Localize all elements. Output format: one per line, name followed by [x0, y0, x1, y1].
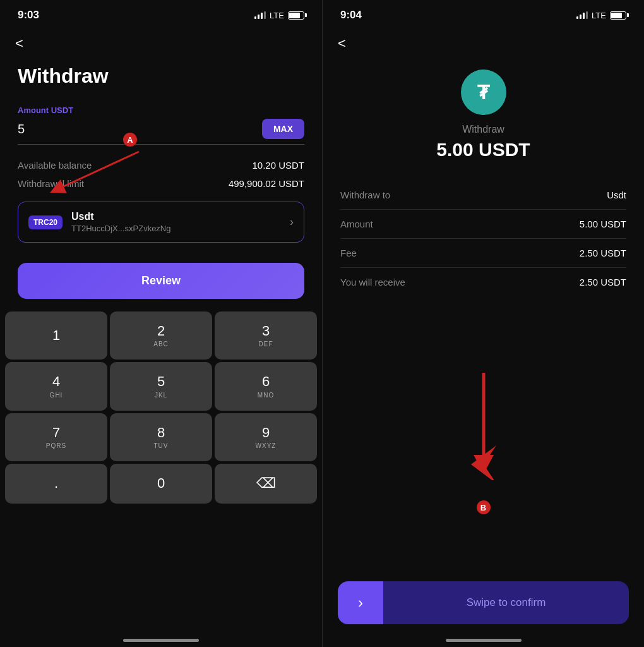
time-left: 9:03: [18, 9, 39, 21]
detail-key-0: Withdraw to: [340, 190, 390, 200]
detail-key-1: Amount: [340, 219, 373, 229]
right-content: Withdraw 5.00 USDT Withdraw to Usdt Amou…: [323, 124, 644, 296]
left-screen: 9:03 LTE < Withdraw Amount USDT MAX Avai…: [0, 0, 322, 647]
amount-input-row: MAX: [18, 119, 304, 145]
wallet-name: Usdt: [71, 211, 290, 222]
signal-icon: [254, 11, 266, 19]
key-dot[interactable]: .: [5, 464, 107, 503]
network-badge: TRC20: [28, 215, 63, 229]
available-balance-label: Available balance: [18, 160, 92, 171]
lte-label-right: LTE: [592, 11, 606, 20]
home-indicator-left: [123, 639, 199, 642]
battery-icon-right: [610, 11, 626, 20]
available-balance-value: 10.20 USDT: [252, 160, 304, 171]
back-button-left[interactable]: <: [0, 28, 39, 59]
key-0[interactable]: 0: [110, 464, 212, 503]
detail-val-1: 5.00 USDT: [580, 219, 626, 229]
battery-icon-left: [288, 11, 304, 20]
key-2[interactable]: 2ABC: [110, 311, 212, 360]
status-bar-left: 9:03 LTE: [0, 0, 322, 28]
back-button-right[interactable]: <: [323, 28, 361, 59]
key-4[interactable]: 4GHI: [5, 362, 107, 410]
amount-input[interactable]: [18, 122, 262, 136]
swipe-track[interactable]: › Swipe to confirm: [338, 581, 629, 624]
withdrawal-limit-label: Withdrawal limit: [18, 178, 84, 189]
amount-label: Amount USDT: [18, 106, 304, 115]
token-icon: ₮: [461, 70, 506, 115]
key-8[interactable]: 8TUV: [110, 413, 212, 461]
token-symbol: ₮: [477, 82, 489, 104]
time-right: 9:04: [340, 9, 362, 21]
withdrawal-limit-row: Withdrawal limit 499,900.02 USDT: [18, 178, 304, 189]
detail-val-3: 2.50 USDT: [580, 277, 626, 287]
swipe-label: Swipe to confirm: [383, 596, 629, 609]
withdraw-amount: 5.00 USDT: [340, 139, 626, 160]
key-7[interactable]: 7PQRS: [5, 413, 107, 461]
detail-row-1: Amount 5.00 USDT: [340, 210, 626, 239]
wallet-card[interactable]: TRC20 Usdt TT2HuccDjX...sxPZvkezNg ›: [18, 202, 304, 243]
withdraw-subtitle: Withdraw: [340, 124, 626, 135]
home-indicator-right: [446, 639, 522, 642]
wallet-address: TT2HuccDjX...sxPZvkezNg: [71, 224, 290, 233]
swipe-container[interactable]: › Swipe to confirm: [338, 581, 629, 624]
key-backspace[interactable]: ⌫: [215, 464, 317, 503]
withdrawal-limit-value: 499,900.02 USDT: [229, 178, 304, 189]
max-button[interactable]: MAX: [262, 119, 304, 139]
status-bar-right: 9:04 LTE: [323, 0, 644, 28]
key-6[interactable]: 6MNO: [215, 362, 317, 410]
key-9[interactable]: 9WXYZ: [215, 413, 317, 461]
numpad: 1 2ABC 3DEF 4GHI 5JKL 6MNO 7PQRS 8TUV 9W…: [0, 311, 322, 504]
lte-label-left: LTE: [270, 11, 284, 20]
annotation-a-label: A: [123, 133, 137, 147]
detail-key-2: Fee: [340, 248, 357, 258]
chevron-right-icon: ›: [290, 215, 294, 229]
key-1[interactable]: 1: [5, 311, 107, 360]
status-icons-right: LTE: [576, 11, 626, 20]
key-5[interactable]: 5JKL: [110, 362, 212, 410]
available-balance-row: Available balance 10.20 USDT: [18, 160, 304, 171]
details-table: Withdraw to Usdt Amount 5.00 USDT Fee 2.…: [340, 181, 626, 296]
detail-key-3: You will receive: [340, 277, 405, 287]
annotation-arrow-b: [465, 366, 503, 480]
left-content: Withdraw Amount USDT MAX Available balan…: [0, 64, 322, 309]
swipe-handle[interactable]: ›: [338, 581, 383, 624]
review-button[interactable]: Review: [18, 263, 304, 299]
svg-marker-2: [474, 455, 494, 474]
annotation-b-label: B: [477, 500, 491, 514]
status-icons-left: LTE: [254, 11, 304, 20]
key-3[interactable]: 3DEF: [215, 311, 317, 360]
detail-row-2: Fee 2.50 USDT: [340, 239, 626, 268]
right-screen: 9:04 LTE < ₮ Withdraw 5.00 USDT Withdraw…: [322, 0, 644, 647]
detail-val-0: Usdt: [607, 190, 626, 200]
swipe-arrow-icon: ›: [358, 594, 363, 612]
signal-icon-right: [576, 11, 588, 19]
page-title-left: Withdraw: [18, 64, 304, 88]
detail-row-0: Withdraw to Usdt: [340, 181, 626, 210]
detail-val-2: 2.50 USDT: [580, 248, 626, 258]
wallet-info: Usdt TT2HuccDjX...sxPZvkezNg: [71, 211, 290, 233]
detail-row-3: You will receive 2.50 USDT: [340, 268, 626, 296]
